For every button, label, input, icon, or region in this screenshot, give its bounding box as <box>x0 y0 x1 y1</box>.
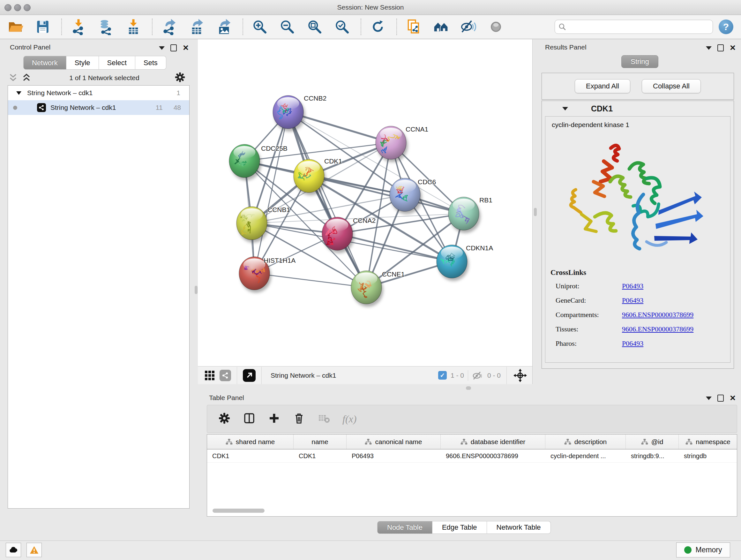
crosslink-link[interactable]: P06493 <box>622 293 643 307</box>
network-node-CCNA1[interactable]: CCNA1 <box>376 125 428 162</box>
network-node-RB1[interactable]: RB1 <box>448 196 492 233</box>
panel-menu-icon[interactable] <box>706 46 712 50</box>
expand-all-button[interactable]: Expand All <box>575 79 630 93</box>
crosslink-link[interactable]: 9606.ENSP00000378699 <box>622 307 693 322</box>
tab-select[interactable]: Select <box>99 56 135 70</box>
table-cell[interactable]: P06493 <box>347 449 441 462</box>
selected-checkbox-icon[interactable]: ✓ <box>438 371 447 380</box>
table-cell[interactable]: 9606.ENSP00000378699 <box>441 449 545 462</box>
tab-sets[interactable]: Sets <box>135 56 166 70</box>
table-cell[interactable]: CDK1 <box>207 449 293 462</box>
network-canvas[interactable]: CCNB2CCNA1CDC25BCDK1CDC6RB1CCNB1CCNA2CDK… <box>198 39 532 366</box>
refresh-view-button[interactable] <box>367 17 388 37</box>
column-header-namespace[interactable]: namespace <box>679 435 737 449</box>
clone-network-button[interactable] <box>403 17 424 37</box>
table-cell[interactable]: CDK1 <box>293 449 347 462</box>
tab-network-table[interactable]: Network Table <box>487 521 551 534</box>
column-header-name[interactable]: name <box>293 435 347 449</box>
collapse-all-button[interactable]: Collapse All <box>642 79 701 93</box>
search-input[interactable] <box>569 23 710 31</box>
create-column-button[interactable] <box>268 412 280 426</box>
scrollbar-thumb[interactable] <box>212 509 265 513</box>
network-node-CCNE1[interactable]: CCNE1 <box>351 270 405 307</box>
panel-menu-icon[interactable] <box>706 396 712 400</box>
network-thumbnail-button[interactable] <box>219 370 231 381</box>
tab-string[interactable]: String <box>621 55 658 68</box>
network-row-selected[interactable]: String Network – cdk1 11 48 <box>8 100 189 115</box>
network-node-CDK1[interactable]: CDK1 <box>293 158 342 195</box>
delete-column-button[interactable] <box>293 412 306 426</box>
home-networks-button[interactable] <box>431 17 451 37</box>
birds-eye-toggle-button[interactable] <box>513 368 527 382</box>
detach-view-button[interactable] <box>243 369 256 382</box>
network-node-HIST1H1A[interactable]: HIST1H1A <box>239 257 295 293</box>
crosslink-link[interactable]: P06493 <box>622 279 643 293</box>
panel-menu-icon[interactable] <box>159 46 165 50</box>
panel-float-icon[interactable] <box>718 395 724 401</box>
splitter-handle[interactable] <box>195 286 198 294</box>
export-table-button[interactable] <box>186 17 207 37</box>
section-disclosure-icon[interactable] <box>562 107 568 111</box>
table-options-button[interactable] <box>218 412 231 426</box>
function-builder-button[interactable]: f(x) <box>342 413 356 425</box>
hide-selected-button[interactable] <box>458 17 479 37</box>
crosslink-link[interactable]: P06493 <box>622 336 643 351</box>
show-columns-button[interactable] <box>243 412 256 426</box>
collapse-all-chevron-icon[interactable] <box>8 73 18 83</box>
import-table-button[interactable] <box>123 17 144 37</box>
zoom-fit-button[interactable] <box>305 17 325 37</box>
grid-view-button[interactable] <box>205 371 214 380</box>
tab-node-table[interactable]: Node Table <box>377 521 432 534</box>
table-cell[interactable]: stringdb:9... <box>626 449 679 462</box>
table-horizontal-scrollbar[interactable] <box>207 507 736 515</box>
splitter-handle[interactable] <box>534 208 537 216</box>
table-cell[interactable]: cyclin-dependent ... <box>545 449 626 462</box>
tab-style[interactable]: Style <box>66 56 99 70</box>
zoom-out-button[interactable] <box>277 17 297 37</box>
vertical-splitter-right[interactable] <box>532 39 539 384</box>
network-node-CCNA2[interactable]: CCNA2 <box>322 217 376 253</box>
warnings-button[interactable] <box>26 543 42 557</box>
delete-table-icon <box>318 412 330 425</box>
column-header-id[interactable]: @id <box>626 435 679 449</box>
network-node-CDC6[interactable]: CDC6 <box>390 178 436 214</box>
network-edge-CCNB2-CCNE1[interactable] <box>288 112 366 287</box>
panel-float-icon[interactable] <box>171 44 177 51</box>
panel-close-icon[interactable]: ✕ <box>183 45 189 51</box>
save-session-button[interactable] <box>32 17 53 37</box>
help-button[interactable]: ? <box>719 19 733 34</box>
panel-close-icon[interactable]: ✕ <box>730 395 736 401</box>
table-row[interactable]: CDK1CDK1P064939606.ENSP00000378699cyclin… <box>207 449 737 462</box>
show-all-button[interactable] <box>486 17 506 37</box>
tab-network[interactable]: Network <box>23 56 66 70</box>
network-node-CCNB2[interactable]: CCNB2 <box>273 95 327 132</box>
expand-all-chevron-icon[interactable] <box>21 73 32 83</box>
splitter-handle[interactable] <box>466 386 471 390</box>
zoom-in-button[interactable] <box>250 17 270 37</box>
open-session-button[interactable] <box>5 17 25 37</box>
network-node-CDKN1A[interactable]: CDKN1A <box>436 244 493 281</box>
column-header-shared-name[interactable]: shared name <box>207 435 293 449</box>
delete-table-button[interactable] <box>318 412 330 426</box>
horizontal-splitter[interactable] <box>198 384 741 392</box>
memory-button[interactable]: Memory <box>676 543 730 557</box>
zoom-selected-button[interactable] <box>332 17 352 37</box>
disclosure-triangle-icon[interactable] <box>16 91 21 95</box>
node-section-header[interactable]: CDK1 <box>542 101 734 116</box>
import-network-button[interactable] <box>68 17 89 37</box>
export-network-button[interactable] <box>159 17 179 37</box>
tab-edge-table[interactable]: Edge Table <box>432 521 487 534</box>
column-header-database-identifier[interactable]: database identifier <box>441 435 545 449</box>
network-collection-row[interactable]: String Network – cdk1 1 <box>8 85 189 100</box>
column-header-description[interactable]: description <box>545 435 626 449</box>
export-image-button[interactable] <box>214 17 234 37</box>
panel-float-icon[interactable] <box>718 44 724 51</box>
import-network-from-database-button[interactable] <box>96 17 116 37</box>
panel-close-icon[interactable]: ✕ <box>730 45 736 51</box>
column-header-canonical-name[interactable]: canonical name <box>347 435 441 449</box>
network-edge-CCNB2-HIST1H1A[interactable] <box>254 112 288 273</box>
cloud-status-button[interactable] <box>6 543 21 557</box>
network-options-button[interactable] <box>174 71 186 84</box>
crosslink-link[interactable]: 9606.ENSP00000378699 <box>622 322 693 336</box>
table-cell[interactable]: stringdb <box>679 449 737 462</box>
